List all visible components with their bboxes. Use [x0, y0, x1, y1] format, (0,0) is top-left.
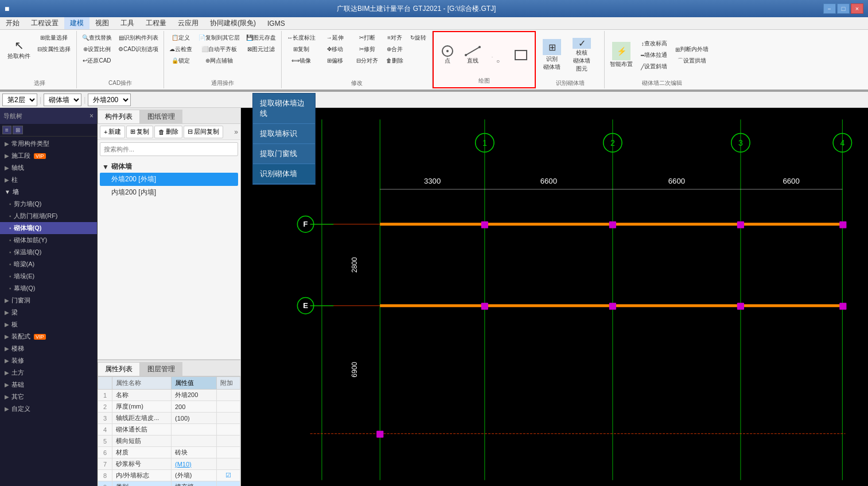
nav-item-common[interactable]: ▶ 常用构件类型: [0, 138, 97, 150]
ribbon-btn-extend[interactable]: → 延伸: [319, 32, 351, 43]
menu-tools[interactable]: 工具: [115, 17, 140, 29]
prop-row-value-3[interactable]: [171, 424, 216, 436]
prop-row-check-4[interactable]: [217, 436, 240, 447]
comp-item-outer-wall-200[interactable]: 外墙200 [外墙]: [100, 173, 238, 186]
ribbon-btn-draw-point[interactable]: 点: [438, 41, 457, 69]
prop-row-value-7[interactable]: (外墙): [171, 470, 216, 481]
ribbon-btn-filter[interactable]: ⊠ 图元过滤: [243, 44, 279, 55]
nav-item-prefab[interactable]: ▶ 装配式 VIP: [0, 331, 97, 343]
nav-item-door-window[interactable]: ▶ 门窗洞: [0, 294, 97, 306]
nav-item-wall[interactable]: ▼ 墙: [0, 186, 97, 198]
nav-item-earthwork[interactable]: ▶ 土方: [0, 367, 97, 379]
prop-row-check-0[interactable]: [217, 390, 240, 401]
prop-row-check-3[interactable]: [217, 424, 240, 436]
nav-item-masonry-wall[interactable]: ▪ 砌体墙(Q): [0, 222, 97, 234]
ribbon-btn-save-element[interactable]: 💾 图元存盘: [243, 32, 279, 43]
comp-copy-btn[interactable]: ⊞ 复制: [126, 126, 153, 138]
nav-item-stair[interactable]: ▶ 楼梯: [0, 343, 97, 355]
prop-row-check-5[interactable]: [217, 447, 240, 458]
ribbon-btn-dimension[interactable]: ↔ 长度标注: [284, 32, 318, 43]
tab-component-list[interactable]: 构件列表: [98, 110, 140, 123]
expand-icon[interactable]: »: [234, 128, 238, 136]
prop-row-check-7[interactable]: ☑: [217, 470, 240, 481]
comp-group-header[interactable]: ▼ 砌体墙: [100, 161, 238, 173]
floor-select[interactable]: 第2层: [2, 94, 37, 106]
ribbon-btn-filter-select[interactable]: ⊟ 按属性选择: [34, 44, 74, 55]
comp-item-inner-wall-200[interactable]: 内墙200 [内墙]: [100, 186, 238, 199]
ribbon-btn-draw-arc[interactable]: ○: [489, 41, 507, 69]
ribbon-btn-set-scale[interactable]: ⊕ 设置比例: [79, 44, 115, 55]
ribbon-btn-split-align[interactable]: ⊟ 分对齐: [351, 55, 383, 66]
ribbon-btn-align[interactable]: ≡ 对齐: [383, 32, 406, 43]
nav-grid-btn[interactable]: ⊞: [13, 126, 23, 134]
ribbon-btn-cloud-check[interactable]: ☁ 云检查: [166, 44, 195, 55]
prop-row-value-6[interactable]: (M10): [171, 458, 216, 470]
menu-cloud[interactable]: 云应用: [172, 17, 204, 29]
nav-item-other[interactable]: ▶ 其它: [0, 391, 97, 403]
ribbon-btn-find-replace[interactable]: 🔍 查找替换: [79, 32, 115, 43]
component-type-select[interactable]: 砌体墙: [44, 94, 81, 106]
ribbon-btn-pick[interactable]: ↖ 拾取构件: [5, 32, 33, 68]
nav-item-foundation[interactable]: ▶ 基础: [0, 379, 97, 391]
ribbon-btn-cad-identify-options[interactable]: ⚙ CAD识别选项: [115, 44, 161, 55]
prop-row-value-0[interactable]: 外墙200: [171, 390, 216, 401]
nav-item-shear-wall[interactable]: ▪ 剪力墙(Q): [0, 198, 97, 210]
ribbon-btn-mirror[interactable]: ⟺ 镜像: [284, 55, 318, 66]
prop-row-check-8[interactable]: [217, 481, 240, 487]
comp-delete-btn[interactable]: 🗑 删除: [154, 126, 182, 138]
ribbon-btn-judge-inner-outer[interactable]: ⊞ 判断内外墙: [672, 44, 711, 55]
nav-item-axis[interactable]: ▶ 轴线: [0, 162, 97, 174]
canvas-area[interactable]: 1 2 3 4 F E 3300 6600 6600: [241, 108, 868, 486]
dropdown-item-extract-boundary[interactable]: 提取砌体墙边线: [253, 94, 315, 124]
subtype-select[interactable]: 外墙200: [88, 94, 131, 106]
nav-item-insulation-wall[interactable]: ▪ 保温墙(Q): [0, 246, 97, 258]
ribbon-btn-offset[interactable]: ⊞ 偏移: [319, 55, 351, 66]
prop-row-check-1[interactable]: [217, 401, 240, 413]
ribbon-btn-auto-floor[interactable]: ⬜ 自动平齐板: [196, 44, 243, 55]
ribbon-btn-wall-through[interactable]: ━ 墙体拉通: [638, 50, 670, 61]
nav-item-column[interactable]: ▶ 柱: [0, 174, 97, 186]
dropdown-item-identify-masonry[interactable]: 识别砌体墙: [253, 164, 315, 184]
ribbon-btn-define[interactable]: 📋 定义: [166, 32, 195, 43]
ribbon-btn-set-slope[interactable]: ╱ 设置斜墙: [638, 61, 670, 72]
nav-item-antiblast-wall[interactable]: ▪ 人防门框墙(RF): [0, 210, 97, 222]
ribbon-btn-break[interactable]: ✂ 打断: [351, 32, 383, 43]
ribbon-btn-set-arch[interactable]: ⌒ 设置拱墙: [672, 56, 711, 67]
comp-floor-copy-btn[interactable]: ⊟ 层间复制: [184, 126, 223, 138]
menu-view[interactable]: 视图: [89, 17, 115, 29]
nav-item-custom[interactable]: ▶ 自定义: [0, 403, 97, 415]
menu-project-settings[interactable]: 工程设置: [25, 17, 64, 29]
comp-new-btn[interactable]: + 新建: [100, 126, 125, 138]
prop-row-value-2[interactable]: (100): [171, 413, 216, 424]
ribbon-btn-check-masonry[interactable]: ✓ 校核砌体墙图元: [568, 37, 595, 73]
prop-row-value-5[interactable]: 砖块: [171, 447, 216, 458]
nav-item-wall-pier[interactable]: ▪ 墙垛(E): [0, 270, 97, 282]
minimize-button[interactable]: －: [823, 3, 836, 14]
menu-modeling[interactable]: 建模: [64, 17, 89, 29]
nav-item-masonry-rebar[interactable]: ▪ 砌体加筋(Y): [0, 234, 97, 246]
prop-row-check-6[interactable]: [217, 458, 240, 470]
prop-row-check-2[interactable]: [217, 413, 240, 424]
ribbon-btn-draw-line[interactable]: 直线: [461, 41, 484, 69]
ribbon-btn-rotate[interactable]: ↻ 旋转: [407, 32, 430, 43]
prop-row-value-8[interactable]: 填充墙: [171, 481, 216, 487]
ribbon-btn-restore-cad[interactable]: ↩ 还原CAD: [79, 55, 115, 66]
ribbon-btn-trim[interactable]: ✂ 修剪: [351, 44, 383, 55]
menu-igms[interactable]: IGMS: [262, 17, 291, 29]
menu-start[interactable]: 开始: [0, 17, 25, 29]
ribbon-btn-delete[interactable]: 🗑 删除: [383, 55, 406, 66]
ribbon-btn-identify-masonry[interactable]: ⊞ 识别砌体墙: [538, 37, 566, 73]
ribbon-btn-grid-axis[interactable]: ⊕ 网点辅轴: [196, 55, 243, 66]
nav-item-beam[interactable]: ▶ 梁: [0, 306, 97, 318]
ribbon-btn-merge[interactable]: ⊕ 合并: [383, 44, 406, 55]
ribbon-btn-identify-comp[interactable]: ▤ 识别构件列表: [115, 32, 161, 43]
ribbon-btn-copy[interactable]: ⊞ 复制: [284, 44, 318, 55]
nav-item-construction-stage[interactable]: ▶ 施工段 VIP: [0, 150, 97, 162]
dropdown-item-extract-window[interactable]: 提取门窗线: [253, 144, 315, 164]
nav-item-hidden-beam[interactable]: ▪ 暗梁(A): [0, 258, 97, 270]
maximize-button[interactable]: □: [837, 3, 850, 14]
nav-tree-close[interactable]: ×: [89, 112, 94, 120]
prop-row-value-4[interactable]: [171, 436, 216, 447]
close-button[interactable]: ×: [851, 3, 863, 14]
tab-props-list[interactable]: 属性列表: [98, 362, 140, 376]
